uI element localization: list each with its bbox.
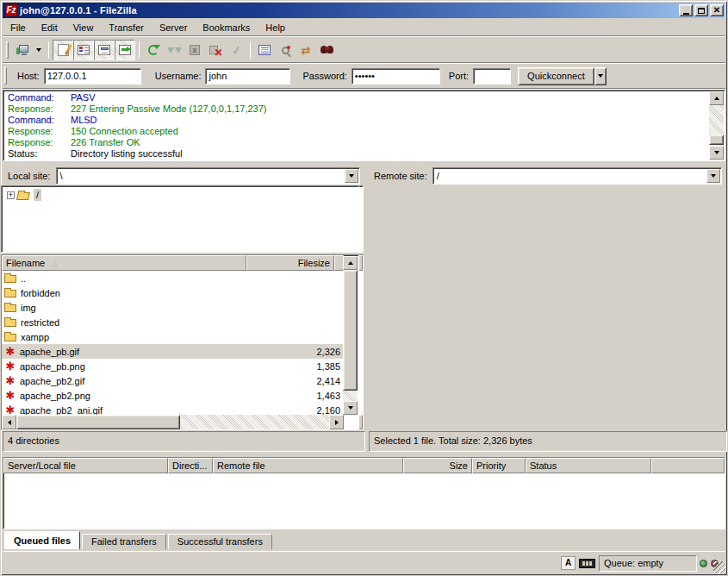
resize-grip[interactable] [713,561,725,573]
log-scrollbar[interactable] [709,91,724,160]
directory-filters-button[interactable] [254,40,275,60]
remote-vscrollbar[interactable] [343,256,358,415]
activity-led-green-icon [700,560,707,567]
disconnect-button[interactable]: ✕ [205,40,226,60]
arrow-down-icon [714,151,719,154]
toggle-message-log-button[interactable] [53,40,73,60]
menu-edit[interactable]: Edit [34,20,65,35]
column-header-server-local-file[interactable]: Server/Local file [3,458,168,473]
remote-tree[interactable]: + / [1,185,359,253]
log-line: Response:226 Transfer OK [8,137,725,148]
menu-view[interactable]: View [65,20,102,35]
column-header-priority[interactable]: Priority [472,458,526,473]
username-input[interactable]: john [205,68,290,85]
file-row[interactable]: forbidden [2,285,344,300]
file-row[interactable]: ✱ apache_pb2.png1,463 [2,388,344,403]
scroll-thumb[interactable] [709,135,724,145]
synchronized-browsing-button: ⇄ [296,40,316,60]
local-status-text: 4 directories [8,435,59,446]
site-manager-button[interactable] [12,40,33,60]
menu-bookmarks[interactable]: Bookmarks [195,20,258,35]
status-bar: A Queue: empty [3,551,725,573]
file-row[interactable]: restricted [2,315,344,329]
transfer-queue[interactable]: Server/Local file Directi... Remote file… [3,457,725,529]
refresh-button[interactable] [143,40,164,60]
column-header-status[interactable]: Status [526,458,651,473]
remote-hscrollbar[interactable] [2,415,344,429]
window-title: john@127.0.0.1 - FileZilla [20,5,679,16]
combo-drop-button[interactable] [345,169,358,183]
toggle-remote-tree-button[interactable] [94,40,115,60]
quickconnect-button[interactable]: Quickconnect [518,67,594,85]
file-row[interactable]: ✱ apache_pb2_ani.gif2,160 [2,403,344,415]
remote-list-body[interactable]: .. forbidden img restricted xampp ✱ apac… [2,271,344,415]
menu-help[interactable]: Help [258,20,293,35]
menu-file[interactable]: File [3,20,34,35]
toolbar-separator [48,41,49,59]
combo-drop-button[interactable] [706,169,720,183]
quickconnect-bar: Host: 127.0.0.1 Username: john Password:… [3,64,725,89]
tab-failed-transfers[interactable]: Failed transfers [82,534,166,549]
file-row[interactable]: .. [2,271,344,285]
message-log-icon [58,44,69,56]
maximize-button[interactable] [694,4,708,16]
host-label: Host: [17,71,40,81]
quickconnect-dropdown[interactable] [594,67,607,85]
find-files-button[interactable] [316,40,337,60]
column-header-size[interactable]: Size [403,458,472,473]
file-row-selected[interactable]: ✱ apache_pb.gif2,326 [2,344,344,359]
app-icon: Fz [5,4,17,16]
column-header-filesize[interactable]: Filesize [246,255,334,271]
expand-toggle[interactable]: + [7,191,15,199]
remote-site-combobox[interactable]: / [432,167,722,185]
scroll-thumb[interactable] [343,270,358,391]
minimize-button[interactable] [679,4,693,16]
site-manager-dropdown[interactable] [33,40,45,60]
remote-file-list: Filename△ Filesize .. forbidden img rest… [1,254,359,430]
menu-bar: File Edit View Transfer Server Bookmarks… [3,19,725,36]
folder-icon [4,317,17,327]
menu-transfer[interactable]: Transfer [101,20,152,35]
scroll-right-button[interactable] [329,415,344,429]
queue-status-text: Queue: empty [604,558,663,568]
column-header-filename[interactable]: Filename△ [2,255,246,271]
toolbar-grip[interactable] [6,41,9,59]
host-input[interactable]: 127.0.0.1 [44,68,141,85]
minimize-icon [683,13,689,15]
close-button[interactable]: ✕ [710,4,724,16]
scroll-down-button[interactable] [709,146,724,160]
local-site-combobox[interactable]: \ [56,167,360,185]
menu-server[interactable]: Server [152,20,195,35]
password-input[interactable]: •••••• [352,68,440,85]
chevron-down-icon [711,174,716,178]
binoculars-icon [320,46,333,54]
toggle-queue-button[interactable] [115,40,135,60]
tab-successful-transfers[interactable]: Successful transfers [168,534,272,549]
file-row[interactable]: xampp [2,329,344,344]
scroll-down-button[interactable] [343,401,358,415]
process-queue-button [164,40,184,60]
column-header-remote-file[interactable]: Remote file [213,458,403,473]
speed-limit-icon[interactable] [579,559,595,568]
file-row[interactable]: img [2,300,344,315]
queue-view-icon [119,45,131,55]
column-header-direction[interactable]: Directi... [168,458,213,473]
ascii-transfer-type-icon[interactable]: A [561,556,576,570]
tab-queued-files[interactable]: Queued files [4,531,80,549]
scroll-left-button[interactable] [2,415,16,429]
reconnect-icon: ✓ [231,43,242,57]
message-log[interactable]: Command:PASV Response:227 Entering Passi… [3,90,725,161]
scroll-thumb[interactable] [16,415,180,429]
toggle-local-tree-button[interactable] [73,40,94,60]
site-manager-icon [16,45,29,55]
file-row[interactable]: ✱ apache_pb2.gif2,414 [2,373,344,388]
scroll-up-button[interactable] [709,91,724,105]
local-tree-icon [78,45,90,55]
title-bar[interactable]: Fz john@127.0.0.1 - FileZilla ✕ [3,3,725,18]
tree-item-root[interactable]: + / [2,188,358,202]
folder-icon [4,273,17,283]
quickconnect-grip[interactable] [4,67,7,85]
file-row[interactable]: ✱ apache_pb.png1,385 [2,359,344,373]
port-input[interactable] [473,68,511,85]
scroll-up-button[interactable] [343,256,358,270]
